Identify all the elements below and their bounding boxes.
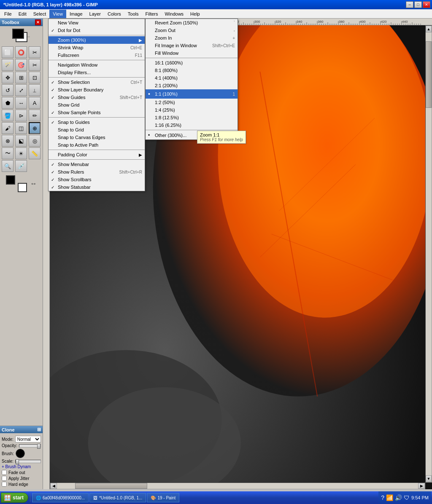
menu-navigation-window[interactable]: Navigation Window: [49, 61, 145, 69]
tray-speaker-icon[interactable]: 🔊: [395, 494, 402, 501]
tool-crop[interactable]: ⊡: [29, 72, 40, 83]
menu-edit[interactable]: Edit: [15, 10, 30, 18]
menu-image[interactable]: Image: [66, 10, 86, 18]
menu-windows[interactable]: Windows: [161, 10, 187, 18]
menu-show-scrollbars[interactable]: ✓ Show Scrollbars: [49, 176, 145, 183]
apply-jitter-checkbox[interactable]: [2, 476, 7, 481]
tool-shear[interactable]: ⟂: [29, 84, 40, 96]
menu-filters[interactable]: Filters: [142, 10, 162, 18]
hard-edge-checkbox[interactable]: [2, 482, 7, 487]
taskbar-item-gimp[interactable]: 🖼 *Untitled-1.0 (RGB, 1...: [89, 493, 146, 502]
tool-select-ellipse[interactable]: ⭕: [15, 46, 27, 58]
menu-snap-active-path[interactable]: Snap to Active Path: [49, 141, 145, 149]
tool-align[interactable]: ⊞: [15, 72, 27, 83]
menu-new-view[interactable]: New View: [49, 19, 145, 27]
vertical-scrollbar[interactable]: ▲ ▼: [425, 25, 432, 483]
tool-move[interactable]: ✥: [2, 72, 14, 83]
tool-clone[interactable]: ⊕: [29, 122, 40, 134]
brush-dynamics-button[interactable]: + Brush Dynam: [2, 464, 31, 469]
scroll-thumb-v[interactable]: [426, 41, 432, 108]
menu-show-layer-boundary[interactable]: ✓ Show Layer Boundary: [49, 86, 145, 94]
menu-show-sample-points[interactable]: ✓ Show Sample Points: [49, 109, 145, 116]
menu-show-guides[interactable]: ✓ Show Guides Shift+Ctrl+T: [49, 94, 145, 101]
minimize-button[interactable]: –: [406, 1, 413, 8]
clone-panel-expand[interactable]: ⊞: [37, 427, 41, 432]
opacity-slider[interactable]: [19, 444, 41, 448]
tool-select-free[interactable]: ✂: [29, 46, 40, 58]
menu-tools[interactable]: Tools: [124, 10, 142, 18]
menu-select[interactable]: Select: [30, 10, 50, 18]
toolbox-close-button[interactable]: ✕: [35, 19, 41, 25]
tool-blend[interactable]: ⊳: [15, 110, 27, 121]
tool-dodge-burn[interactable]: ☀: [15, 147, 27, 159]
menu-snap-to-guides[interactable]: ✓ Snap to Guides: [49, 118, 145, 126]
tool-flip[interactable]: ↔: [15, 97, 27, 109]
zoom-fit-image[interactable]: Fit Image in Window Shift+Ctrl+E: [146, 42, 238, 49]
scroll-up-button[interactable]: ▲: [426, 26, 432, 32]
close-button[interactable]: ✕: [423, 1, 430, 8]
scale-slider[interactable]: [15, 460, 41, 463]
scroll-down-button[interactable]: ▼: [426, 475, 432, 482]
menu-show-rulers[interactable]: ✓ Show Rulers Shift+Ctrl+R: [49, 168, 145, 176]
tool-paintbrush[interactable]: 🖌: [2, 122, 14, 134]
tray-antivirus-icon[interactable]: 🛡: [404, 494, 410, 501]
menu-display-filters[interactable]: Display Filters...: [49, 69, 145, 76]
tray-network-icon[interactable]: 📶: [386, 494, 393, 501]
scroll-right-button[interactable]: ▶: [418, 483, 425, 489]
brush-preview[interactable]: [16, 449, 25, 458]
tool-perspective[interactable]: ⬟: [2, 97, 14, 109]
tool-select-rect[interactable]: ⬜: [2, 46, 14, 58]
tool-pencil[interactable]: ✏: [29, 110, 40, 121]
menu-colors[interactable]: Colors: [104, 10, 124, 18]
zoom-1-16[interactable]: 1:16 (6.25%): [146, 121, 238, 129]
zoom-out[interactable]: Zoom Out -: [146, 27, 238, 34]
zoom-in[interactable]: Zoom In +: [146, 34, 238, 42]
tool-measure[interactable]: 📏: [29, 147, 40, 159]
scroll-thumb-h[interactable]: [75, 483, 147, 489]
swap-colors-icon[interactable]: ↔: [30, 180, 37, 188]
menu-shrink-wrap[interactable]: Shrink Wrap Ctrl+E: [49, 44, 145, 51]
menu-fullscreen[interactable]: Fullscreen F11: [49, 51, 145, 59]
zoom-revert[interactable]: Revert Zoom (150%) `: [146, 19, 238, 27]
zoom-fill-window[interactable]: Fill Window: [146, 49, 238, 57]
tool-blur[interactable]: ◎: [29, 135, 40, 147]
menu-show-menubar[interactable]: ✓ Show Menubar: [49, 161, 145, 168]
menu-show-statusbar[interactable]: ✓ Show Statusbar: [49, 183, 145, 191]
tool-zoom[interactable]: 🔍: [2, 160, 14, 172]
menu-dot-for-dot[interactable]: ✓ Dot for Dot: [49, 27, 145, 34]
tool-eraser[interactable]: ◫: [15, 122, 27, 134]
zoom-16-1[interactable]: 16:1 (1600%): [146, 59, 238, 67]
tool-smudge[interactable]: 〜: [2, 147, 14, 159]
tool-rotate[interactable]: ↺: [2, 84, 14, 96]
tool-scale[interactable]: ⤢: [15, 84, 27, 96]
menu-snap-canvas-edges[interactable]: Snap to Canvas Edges: [49, 134, 145, 141]
menu-show-selection[interactable]: ✓ Show Selection Ctrl+T: [49, 78, 145, 86]
zoom-2-1[interactable]: 2:1 (200%): [146, 82, 238, 89]
tool-heal[interactable]: ⊗: [2, 135, 14, 147]
tray-help-icon[interactable]: ?: [381, 494, 384, 501]
zoom-1-1[interactable]: • 1:1 (100%) 1: [146, 89, 238, 99]
fade-out-checkbox[interactable]: [2, 470, 7, 475]
tool-select-color[interactable]: 🎯: [15, 59, 27, 71]
taskbar-item-paint[interactable]: 🎨 19 - Paint: [147, 493, 179, 502]
tool-bucket[interactable]: 🪣: [2, 110, 14, 121]
menu-show-grid[interactable]: Show Grid: [49, 101, 145, 109]
zoom-8-1[interactable]: 8:1 (800%): [146, 67, 238, 74]
menu-view[interactable]: View: [49, 10, 66, 18]
menu-file[interactable]: File: [1, 10, 15, 18]
tool-fuzzy-select[interactable]: 🪄: [2, 59, 14, 71]
zoom-1-8[interactable]: 1:8 (12.5%): [146, 114, 238, 121]
zoom-1-2[interactable]: 1:2 (50%): [146, 99, 238, 106]
zoom-1-4[interactable]: 1:4 (25%): [146, 106, 238, 114]
taskbar-item-browser[interactable]: 🌐 6a00f48d098900000...: [32, 493, 89, 502]
start-button[interactable]: 🪟 start: [1, 493, 28, 503]
scroll-left-button[interactable]: ◀: [50, 483, 57, 489]
tool-scissors[interactable]: ✂: [29, 59, 40, 71]
maximize-button[interactable]: □: [414, 1, 422, 8]
tool-text[interactable]: A: [29, 97, 40, 109]
horizontal-scrollbar[interactable]: ◀ ▶: [50, 483, 425, 489]
tool-color-picker[interactable]: 💉: [15, 160, 27, 172]
menu-layer[interactable]: Layer: [86, 10, 105, 18]
menu-help[interactable]: Help: [187, 10, 203, 18]
zoom-4-1[interactable]: 4:1 (400%): [146, 74, 238, 82]
